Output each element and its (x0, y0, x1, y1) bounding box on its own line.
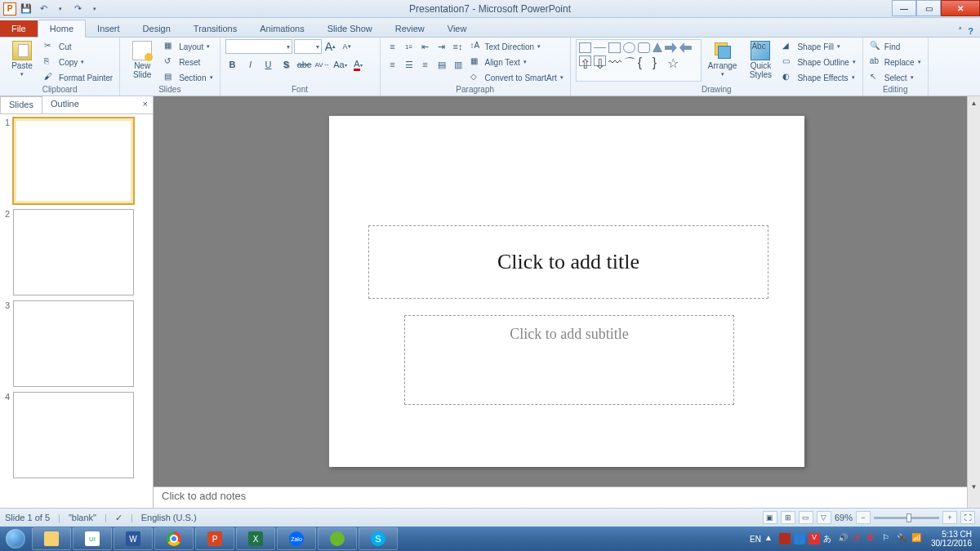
copy-button[interactable]: ⎘Copy▾ (42, 55, 114, 69)
decrease-indent-button[interactable]: ⇤ (418, 39, 433, 54)
scroll-up-icon[interactable]: ▲ (968, 96, 980, 109)
tab-insert[interactable]: Insert (86, 20, 131, 37)
zoom-level[interactable]: 69% (835, 513, 853, 522)
convert-smartart-button[interactable]: ◇Convert to SmartArt▾ (469, 70, 565, 85)
start-button[interactable] (0, 527, 31, 551)
undo-icon[interactable]: ↶ (36, 2, 51, 16)
align-right-button[interactable]: ≡ (418, 57, 433, 72)
status-language[interactable]: English (U.S.) (141, 513, 197, 522)
skype-taskbar-button[interactable]: S (359, 527, 398, 550)
shape-outline-button[interactable]: ▭Shape Outline▾ (781, 55, 857, 69)
format-painter-button[interactable]: 🖌Format Painter (42, 70, 114, 85)
new-slide-button[interactable]: New Slide (125, 39, 159, 85)
panel-tab-outline[interactable]: Outline (42, 96, 87, 113)
fit-to-window-button[interactable]: ⛶ (960, 511, 975, 524)
shape-effects-button[interactable]: ◐Shape Effects▾ (781, 70, 857, 85)
tray-app-icon[interactable]: B (867, 533, 879, 544)
tray-app-icon[interactable]: V (808, 533, 820, 544)
tab-design[interactable]: Design (131, 20, 182, 37)
tray-clock[interactable]: 5:13 CH 30/12/2016 (926, 530, 977, 548)
arrange-button[interactable]: Arrange▾ (705, 39, 741, 85)
explorer-taskbar-button[interactable] (32, 527, 71, 550)
tray-app-icon[interactable] (794, 533, 805, 544)
save-icon[interactable]: 💾 (19, 2, 33, 16)
replace-button[interactable]: abReplace▾ (868, 55, 923, 69)
undo-dropdown-icon[interactable]: ▾ (53, 2, 68, 16)
sorter-view-button[interactable]: ⊞ (781, 511, 795, 524)
scroll-down-icon[interactable]: ▼ (968, 480, 980, 493)
tab-transitions[interactable]: Transitions (182, 20, 248, 37)
slide-thumbnail[interactable]: 3 (2, 300, 151, 387)
word-taskbar-button[interactable]: W (114, 527, 153, 550)
tray-app-icon[interactable]: ◔ (853, 533, 864, 544)
columns-button[interactable]: ▥ (451, 57, 466, 72)
select-button[interactable]: ↖Select▾ (868, 70, 923, 85)
shadow-button[interactable]: S (279, 57, 294, 72)
minimize-ribbon-icon[interactable]: ˄ (958, 26, 963, 37)
shapes-gallery[interactable]: ⇧ ⇩ 〰 ⌒ { } ☆ (576, 39, 702, 82)
bullets-button[interactable]: ≡ (385, 39, 400, 54)
slide-thumbnail[interactable]: 1 (2, 118, 151, 204)
tray-ime-icon[interactable]: あ (823, 533, 835, 544)
zoom-out-button[interactable]: − (856, 511, 871, 524)
align-left-button[interactable]: ≡ (385, 57, 400, 72)
help-icon[interactable]: ? (968, 26, 973, 37)
thumbnails-list[interactable]: 1 2 3 4 (0, 114, 153, 508)
panel-tab-slides[interactable]: Slides (0, 96, 42, 113)
section-button[interactable]: ▤Section▾ (163, 70, 214, 85)
justify-button[interactable]: ▤ (434, 57, 449, 72)
panel-close-icon[interactable]: × (138, 96, 153, 113)
close-button[interactable]: ✕ (941, 0, 980, 16)
zalo-taskbar-button[interactable]: Zalo (277, 527, 316, 550)
normal-view-button[interactable]: ▣ (763, 511, 777, 524)
zoom-slider[interactable] (874, 517, 939, 519)
tray-network-icon[interactable]: 📶 (911, 533, 923, 544)
slideshow-view-button[interactable]: ▽ (817, 511, 831, 524)
tab-home[interactable]: Home (38, 20, 86, 38)
slide-thumbnail[interactable]: 2 (2, 209, 151, 295)
paste-button[interactable]: Paste ▾ (5, 39, 39, 85)
minimize-button[interactable]: — (892, 0, 916, 16)
change-case-button[interactable]: Aa▾ (333, 57, 348, 72)
align-text-button[interactable]: ▦Align Text▾ (469, 55, 565, 69)
numbering-button[interactable]: 1≡ (402, 39, 416, 54)
spellcheck-icon[interactable]: ✓ (115, 513, 122, 523)
tray-app-icon[interactable] (779, 533, 791, 544)
font-size-combo[interactable] (294, 39, 322, 54)
tray-show-hidden-icon[interactable]: ▲ (764, 533, 776, 544)
underline-button[interactable]: U (261, 57, 276, 72)
grow-font-button[interactable]: A▴ (323, 39, 338, 54)
tab-slideshow[interactable]: Slide Show (316, 20, 384, 37)
increase-indent-button[interactable]: ⇥ (434, 39, 449, 54)
reading-view-button[interactable]: ▭ (799, 511, 813, 524)
shrink-font-button[interactable]: A▾ (340, 39, 354, 54)
tab-file[interactable]: File (0, 20, 38, 37)
tab-review[interactable]: Review (384, 20, 436, 37)
char-spacing-button[interactable]: AV↔ (315, 57, 330, 72)
tray-language[interactable]: EN (750, 535, 761, 544)
tray-action-center-icon[interactable]: ⚐ (882, 533, 893, 544)
find-button[interactable]: 🔍Find (868, 39, 923, 54)
slide-canvas[interactable]: Click to add title Click to add subtitle (329, 116, 804, 467)
tab-view[interactable]: View (436, 20, 479, 37)
align-center-button[interactable]: ☰ (402, 57, 416, 72)
shape-fill-button[interactable]: ◢Shape Fill▾ (781, 39, 857, 54)
tray-volume-icon[interactable]: 🔊 (838, 533, 849, 544)
subtitle-placeholder[interactable]: Click to add subtitle (404, 315, 734, 405)
bold-button[interactable]: B (225, 57, 240, 72)
title-placeholder[interactable]: Click to add title (368, 225, 768, 299)
text-direction-button[interactable]: ↕AText Direction▾ (469, 39, 565, 54)
coccoc-taskbar-button[interactable] (318, 527, 357, 550)
reset-button[interactable]: ↺Reset (163, 55, 214, 69)
tab-animations[interactable]: Animations (248, 20, 315, 37)
quick-styles-button[interactable]: AbcQuick Styles (743, 39, 777, 85)
strike-button[interactable]: abc (297, 57, 312, 72)
font-family-combo[interactable] (225, 39, 292, 54)
redo-icon[interactable]: ↷ (70, 2, 85, 16)
cut-button[interactable]: ✂Cut (42, 39, 114, 54)
vertical-scrollbar[interactable]: ▲ ▼ (967, 96, 980, 508)
font-color-button[interactable]: A▾ (351, 57, 366, 72)
maximize-button[interactable]: ▭ (916, 0, 941, 16)
unikey-taskbar-button[interactable]: UI (73, 527, 112, 550)
chrome-taskbar-button[interactable] (154, 527, 194, 550)
